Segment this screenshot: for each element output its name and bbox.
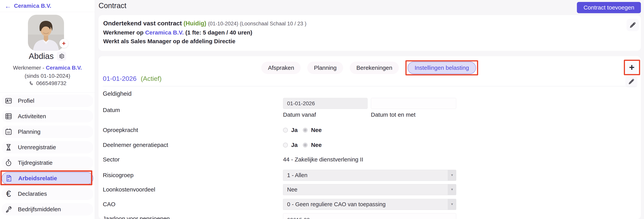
contract-summary-line2: Werknemer op Ceramica B.V. (1 fte: 5 dag… [103,29,622,36]
sector-value: 44 - Zakelijke dienstverlening II [283,156,363,163]
annotation-box-instellingen-belasting: Instellingen belasting [406,60,478,75]
pencil-icon [628,78,635,85]
profile-phone[interactable]: 0665498732 [36,80,66,86]
sidebar-item-label: Urenregistratie [18,144,56,151]
stopwatch-icon [4,159,13,167]
employment-suffix: (1 fte: 5 dagen / 40 uren) [184,29,252,36]
profile-settings-button[interactable] [57,51,66,61]
jaarloon-input[interactable] [283,213,456,219]
sidebar-item-label: Tijdregistratie [18,160,52,166]
summary-company-link[interactable]: Ceramica B.V. [145,29,184,36]
radio-selected-icon[interactable] [303,143,308,148]
field-label-risicogroep: Risicogroep [103,172,283,179]
datum-tot-label: Datum tot en met [371,111,456,118]
euro-icon: € [4,190,13,198]
generatiepact-option-ja[interactable]: Ja [283,142,298,148]
generatiepact-option-nee[interactable]: Nee [303,142,322,148]
plus-icon: + [62,40,66,46]
contract-tabs: Afspraken Planning Berekeningen Instelli… [98,60,641,75]
radio-label-nee: Nee [311,142,322,148]
sidebar-item-profiel[interactable]: Profiel [2,95,93,107]
sidebar-item-label: Activiteiten [18,113,46,120]
risicogroep-selected-value: 1 - Allen [287,172,308,179]
profile-role-line: Werknemer - Ceramica B.V. [0,65,95,71]
sidebar: ← Ceramica B.V. + Abdias [0,0,95,219]
radio-unselected-icon[interactable] [283,143,288,148]
phone-icon [28,81,34,86]
form-row-risicogroep: Risicogroep 1 - Allen ▼ [103,169,456,181]
page-title: Contract [98,1,126,10]
add-period-button[interactable]: + [626,62,638,74]
edit-period-button[interactable] [626,76,638,88]
form-row-cao: CAO 0 - Geen reguliere CAO van toepassin… [103,198,456,211]
radio-label-ja: Ja [291,142,298,148]
loonkostenvoordeel-select[interactable]: Nee ▼ [283,184,456,195]
contract-type: Ondertekend vast contract [103,20,182,27]
back-link-company[interactable]: Ceramica B.V. [14,3,51,9]
divider [103,86,637,86]
field-label-jaarloon: Jaarloon voor pensioenen [103,215,283,219]
table-icon [4,112,13,121]
contract-status-huidig: (Huidig) [184,20,206,27]
contract-summary-line1: Ondertekend vast contract (Huidig) (01-1… [103,19,622,27]
datum-vanaf-label: Datum vanaf [283,111,368,118]
profile-company-link[interactable]: Ceramica B.V. [46,65,82,71]
pencil-icon [629,21,636,29]
gear-icon [58,53,64,59]
sidebar-item-bedrijfsmiddelen[interactable]: Bedrijfsmiddelen [2,203,93,216]
field-label-sector: Sector [103,156,283,163]
risicogroep-select[interactable]: 1 - Allen ▼ [283,170,456,181]
avatar-photo [28,15,64,51]
period-date[interactable]: 01-01-2026 [103,75,136,82]
sidebar-item-label: Bedrijfsmiddelen [18,206,61,213]
field-label-datum: Datum [103,98,283,113]
sidebar-header: ← Ceramica B.V. [0,0,95,12]
avatar-add-badge[interactable]: + [59,39,68,48]
contract-function-line: Werkt als Sales Manager op de afdeling D… [103,38,622,45]
avatar[interactable]: + [28,15,64,51]
loonkostenvoordeel-selected-value: Nee [287,187,297,193]
radio-label-nee: Nee [311,127,322,133]
oproepkracht-option-ja[interactable]: Ja [283,127,298,133]
avatar-illustration [28,15,64,51]
role-prefix: Werknemer - [13,65,46,71]
sidebar-item-label: Arbeidsrelatie [18,175,57,182]
chevron-down-icon: ▼ [448,170,456,181]
datum-vanaf-input[interactable] [283,98,368,109]
tab-planning[interactable]: Planning [307,62,343,74]
section-title-geldigheid: Geldigheid [103,90,132,97]
tab-afspraken[interactable]: Afspraken [261,62,301,74]
datum-tot-input[interactable] [371,98,456,109]
sidebar-item-urenregistratie[interactable]: Urenregistratie [2,141,93,154]
sidebar-item-label: Profiel [18,97,34,104]
generatiepact-radio-group: Ja Nee [283,142,322,148]
id-card-icon [4,97,13,105]
contract-icon [5,174,13,183]
sidebar-item-label: Declaraties [18,191,47,197]
tab-instellingen-belasting[interactable]: Instellingen belasting [408,62,476,74]
profile-phone-row: 0665498732 [0,80,95,86]
employment-prefix: Werknemer op [103,29,145,36]
radio-selected-icon[interactable] [303,128,308,133]
field-label-generatiepact: Deelnemer generatiepact [103,142,283,148]
oproepkracht-option-nee[interactable]: Nee [303,127,322,133]
sidebar-item-arbeidsrelatie[interactable]: Arbeidsrelatie [2,172,93,185]
form-row-generatiepact: Deelnemer generatiepact Ja Nee [103,139,456,151]
back-arrow-icon[interactable]: ← [5,3,11,9]
sidebar-item-tijdregistratie[interactable]: Tijdregistratie [2,157,93,169]
period-heading: 01-01-2026 (Actief) [103,75,162,82]
hourglass-icon [4,143,13,152]
sidebar-item-planning[interactable]: Planning [2,126,93,138]
tab-berekeningen[interactable]: Berekeningen [350,62,399,74]
add-contract-button[interactable]: Contract toevoegen [577,2,641,13]
cao-selected-value: 0 - Geen reguliere CAO van toepassing [287,201,386,208]
radio-unselected-icon[interactable] [283,128,288,133]
profile-name: Abdias [29,51,54,61]
edit-contract-button[interactable] [626,19,639,31]
radio-label-ja: Ja [291,127,298,133]
key-icon [4,205,13,214]
cao-select[interactable]: 0 - Geen reguliere CAO van toepassing ▼ [283,199,456,210]
sidebar-item-activiteiten[interactable]: Activiteiten [2,110,93,122]
oproepkracht-radio-group: Ja Nee [283,127,322,133]
sidebar-item-declaraties[interactable]: € Declaraties [2,188,93,200]
